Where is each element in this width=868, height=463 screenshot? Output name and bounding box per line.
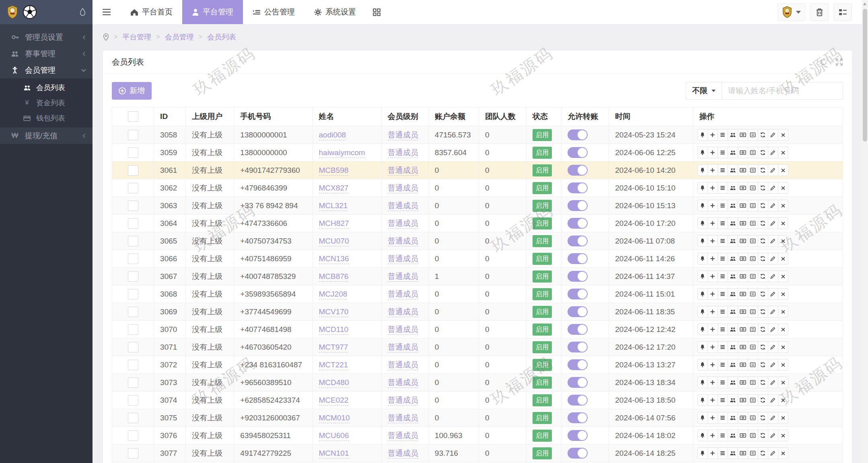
records-button[interactable] (748, 164, 758, 176)
delete-button[interactable] (778, 235, 788, 247)
add-sub-button[interactable] (708, 129, 718, 141)
records-button[interactable] (748, 217, 758, 229)
member-name-link[interactable]: MCB598 (319, 166, 349, 176)
nav-item-system-settings[interactable]: 系统设置 (304, 0, 366, 24)
detail-menu-button[interactable] (718, 200, 728, 211)
scrollbar-thumb[interactable] (863, 9, 867, 141)
reset-button[interactable] (758, 270, 768, 282)
records-button[interactable] (748, 288, 758, 300)
sidebar-item-admin-settings[interactable]: 管理员设置 (0, 29, 93, 45)
add-sub-button[interactable] (708, 359, 718, 371)
member-level-link[interactable]: 普通成员 (388, 166, 418, 176)
edit-button[interactable] (768, 341, 778, 353)
notify-button[interactable] (697, 164, 708, 176)
team-button[interactable] (728, 306, 738, 318)
reset-button[interactable] (758, 217, 768, 229)
detail-menu-button[interactable] (718, 288, 728, 300)
team-button[interactable] (728, 324, 738, 335)
detail-menu-button[interactable] (718, 412, 728, 424)
transfer-toggle[interactable] (568, 412, 588, 423)
add-sub-button[interactable] (708, 430, 718, 441)
row-checkbox[interactable] (128, 183, 138, 193)
delete-button[interactable] (778, 324, 788, 335)
detail-menu-button[interactable] (718, 306, 728, 318)
balance-button[interactable] (738, 129, 748, 141)
member-level-link[interactable]: 普通成员 (388, 307, 418, 317)
detail-menu-button[interactable] (718, 270, 728, 282)
edit-button[interactable] (768, 253, 778, 264)
notify-button[interactable] (697, 377, 708, 388)
member-level-link[interactable]: 普通成员 (388, 449, 418, 459)
member-level-link[interactable]: 普通成员 (388, 361, 418, 370)
row-checkbox[interactable] (128, 307, 138, 317)
transfer-toggle[interactable] (568, 129, 588, 140)
edit-button[interactable] (768, 200, 778, 211)
delete-button[interactable] (778, 200, 788, 211)
records-button[interactable] (748, 341, 758, 353)
row-checkbox[interactable] (128, 430, 138, 441)
member-name-link[interactable]: MCD110 (319, 325, 349, 335)
detail-menu-button[interactable] (718, 182, 728, 194)
records-button[interactable] (748, 270, 758, 282)
reset-button[interactable] (758, 394, 768, 406)
add-sub-button[interactable] (708, 200, 718, 211)
member-level-link[interactable]: 普通成员 (388, 378, 418, 388)
records-button[interactable] (748, 430, 758, 441)
records-button[interactable] (748, 324, 758, 335)
notify-button[interactable] (697, 217, 708, 229)
edit-button[interactable] (768, 359, 778, 371)
records-button[interactable] (748, 447, 758, 459)
row-checkbox[interactable] (128, 324, 138, 335)
edit-button[interactable] (768, 377, 778, 388)
detail-menu-button[interactable] (718, 377, 728, 388)
reset-button[interactable] (758, 447, 768, 459)
delete-button[interactable] (778, 447, 788, 459)
reset-button[interactable] (758, 129, 768, 141)
detail-menu-button[interactable] (718, 394, 728, 406)
log-panel-button[interactable] (833, 3, 852, 21)
transfer-toggle[interactable] (568, 253, 588, 264)
fullscreen-icon[interactable] (835, 58, 843, 66)
row-checkbox[interactable] (128, 395, 138, 406)
balance-button[interactable] (738, 253, 748, 264)
transfer-toggle[interactable] (568, 395, 588, 406)
edit-button[interactable] (768, 147, 778, 158)
notify-button[interactable] (697, 288, 708, 300)
balance-button[interactable] (738, 182, 748, 194)
droplet-icon[interactable] (79, 8, 86, 16)
notify-button[interactable] (697, 394, 708, 406)
team-button[interactable] (728, 217, 738, 229)
delete-button[interactable] (778, 412, 788, 424)
reset-button[interactable] (758, 430, 768, 441)
member-level-link[interactable]: 普通成员 (388, 414, 418, 423)
detail-menu-button[interactable] (718, 147, 728, 158)
edit-button[interactable] (768, 270, 778, 282)
detail-menu-button[interactable] (718, 129, 728, 141)
reset-button[interactable] (758, 164, 768, 176)
add-sub-button[interactable] (708, 164, 718, 176)
member-level-link[interactable]: 普通成员 (388, 325, 418, 335)
balance-button[interactable] (738, 412, 748, 424)
notify-button[interactable] (697, 412, 708, 424)
add-sub-button[interactable] (708, 324, 718, 335)
member-name-link[interactable]: MCX827 (319, 184, 349, 193)
reset-button[interactable] (758, 288, 768, 300)
add-sub-button[interactable] (708, 306, 718, 318)
member-level-link[interactable]: 普通成员 (388, 131, 418, 140)
member-name-link[interactable]: MCN136 (319, 254, 349, 264)
filter-dropdown[interactable]: 不限 (686, 82, 722, 100)
add-button[interactable]: 新增 (112, 82, 152, 100)
member-name-link[interactable]: haiwaiymcom (319, 148, 365, 158)
transfer-toggle[interactable] (568, 377, 588, 388)
member-level-link[interactable]: 普通成员 (388, 431, 418, 441)
notify-button[interactable] (697, 359, 708, 371)
notify-button[interactable] (697, 129, 708, 141)
row-checkbox[interactable] (128, 130, 138, 140)
notify-button[interactable] (697, 270, 708, 282)
reset-button[interactable] (758, 253, 768, 264)
member-name-link[interactable]: MCM010 (319, 414, 350, 423)
records-button[interactable] (748, 306, 758, 318)
team-button[interactable] (728, 147, 738, 158)
team-button[interactable] (728, 412, 738, 424)
notify-button[interactable] (697, 324, 708, 335)
